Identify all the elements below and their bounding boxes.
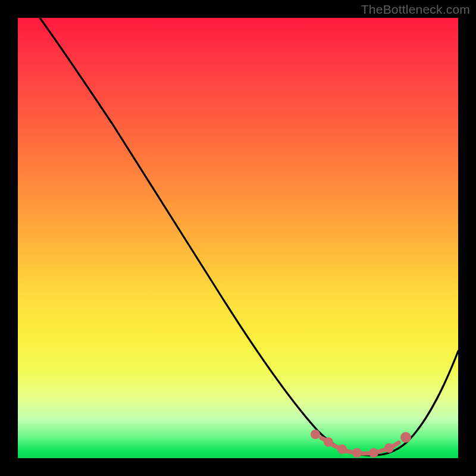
svg-point-12	[403, 434, 409, 441]
plot-area	[18, 18, 458, 458]
curve-layer	[18, 18, 458, 458]
svg-line-1	[321, 438, 325, 440]
svg-point-10	[387, 446, 392, 451]
svg-line-3	[333, 445, 338, 447]
svg-point-6	[355, 450, 360, 456]
svg-point-0	[313, 432, 318, 437]
chart-frame: TheBottleneck.com	[0, 0, 476, 476]
svg-line-11	[394, 443, 399, 446]
watermark-text: TheBottleneck.com	[361, 2, 470, 17]
svg-point-2	[326, 440, 331, 445]
svg-point-4	[340, 447, 345, 452]
svg-line-9	[378, 450, 384, 452]
svg-point-8	[371, 450, 377, 456]
svg-line-5	[346, 451, 352, 452]
bottleneck-curve	[40, 18, 458, 455]
bottleneck-flat-region	[313, 432, 409, 456]
